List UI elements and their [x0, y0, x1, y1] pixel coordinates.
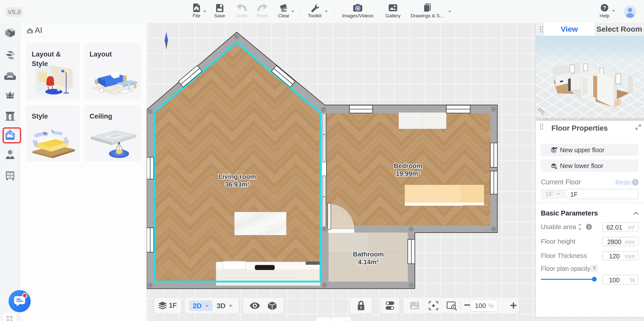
svg-text:i: i	[588, 225, 590, 229]
svg-text:?: ?	[603, 5, 606, 11]
svg-text:Bedroom: Bedroom	[394, 162, 422, 170]
svg-text:4.14m²: 4.14m²	[358, 258, 379, 266]
svg-text:19.99m²: 19.99m²	[396, 170, 420, 177]
svg-text:Bathroom: Bathroom	[353, 250, 384, 258]
svg-text:Living room: Living room	[219, 173, 256, 180]
svg-text:36.93m²: 36.93m²	[225, 181, 250, 188]
